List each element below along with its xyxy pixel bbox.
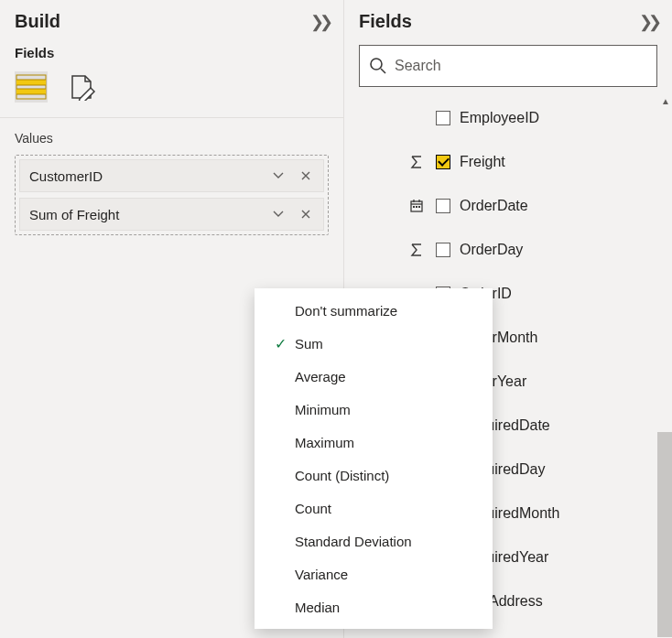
values-field-wells[interactable]: CustomerID Sum of Freight (15, 155, 329, 235)
sigma-icon (408, 155, 425, 169)
svg-rect-0 (16, 75, 46, 99)
menu-item-label: Maximum (295, 435, 354, 450)
svg-point-7 (371, 59, 382, 70)
svg-rect-2 (16, 89, 46, 94)
menu-item[interactable]: Variance (255, 557, 493, 590)
menu-item[interactable]: Don't summarize (255, 294, 493, 327)
menu-item-label: Sum (295, 336, 323, 351)
menu-item[interactable]: Standard Deviation (255, 524, 493, 557)
scroll-up-icon[interactable]: ▲ (661, 96, 670, 106)
field-list-item[interactable]: EmployeeID (344, 96, 668, 140)
values-well-item[interactable]: Sum of Freight (19, 198, 324, 231)
menu-item[interactable]: Median (255, 590, 493, 623)
build-title: Build (15, 11, 60, 32)
chevron-down-icon[interactable] (265, 162, 292, 189)
search-icon (369, 57, 387, 75)
field-checkbox[interactable] (436, 243, 450, 257)
build-fields-label: Fields (0, 39, 343, 66)
search-box[interactable] (359, 45, 657, 87)
field-label: Freight (460, 154, 505, 170)
remove-field-icon[interactable] (292, 162, 320, 189)
svg-line-8 (381, 69, 385, 73)
field-label: OrderDate (460, 198, 528, 214)
scrollbar-thumb[interactable] (657, 432, 672, 637)
menu-item[interactable]: Count (Distinct) (255, 459, 493, 492)
collapse-fields-icon[interactable]: ❯❯ (639, 12, 657, 32)
svg-rect-1 (16, 80, 46, 85)
chevron-down-icon[interactable] (265, 200, 292, 228)
aggregation-context-menu: Don't summarize✓SumAverageMinimumMaximum… (255, 288, 493, 629)
field-checkbox[interactable] (436, 199, 450, 213)
table-visual-button[interactable] (15, 71, 48, 103)
menu-item-label: Standard Deviation (295, 534, 412, 549)
fields-header: Fields ❯❯ (344, 0, 672, 39)
menu-item-label: Minimum (295, 402, 351, 417)
check-icon: ✓ (267, 335, 293, 352)
build-toolbar (0, 66, 343, 117)
field-checkbox[interactable] (436, 155, 450, 169)
svg-rect-15 (418, 206, 420, 208)
well-item-label: Sum of Freight (29, 207, 265, 222)
field-label: OrderDay (460, 242, 523, 258)
field-list-item[interactable]: OrderDate (344, 184, 668, 228)
search-input[interactable] (395, 58, 647, 74)
svg-rect-13 (413, 206, 415, 208)
menu-item-label: Count (295, 501, 331, 516)
menu-item[interactable]: Count (255, 492, 493, 524)
field-list-item[interactable]: Freight (344, 140, 668, 184)
menu-item[interactable]: Minimum (255, 393, 493, 426)
build-header: Build ❯❯ (0, 0, 343, 39)
svg-rect-14 (416, 206, 417, 208)
page-edit-button[interactable] (66, 71, 99, 103)
calendar-icon (408, 199, 425, 213)
values-well-item[interactable]: CustomerID (19, 159, 324, 192)
menu-item-label: Variance (295, 567, 348, 582)
menu-item-label: Count (Distinct) (295, 468, 389, 483)
field-checkbox[interactable] (436, 111, 450, 125)
well-item-label: CustomerID (29, 168, 265, 184)
field-list-item[interactable]: OrderDay (344, 228, 668, 272)
menu-item[interactable]: Average (255, 360, 493, 393)
menu-item-label: Don't summarize (295, 303, 397, 319)
values-section: Values CustomerID Sum of Freight (0, 117, 343, 248)
remove-field-icon[interactable] (292, 200, 320, 228)
menu-item-label: Median (295, 600, 340, 615)
fields-title: Fields (359, 11, 412, 32)
menu-item-label: Average (295, 369, 346, 384)
menu-item[interactable]: ✓Sum (255, 327, 493, 360)
sigma-icon (408, 243, 425, 257)
search-row (344, 39, 672, 96)
field-label: EmployeeID (460, 110, 539, 126)
collapse-build-icon[interactable]: ❯❯ (310, 12, 329, 32)
menu-item[interactable]: Maximum (255, 426, 493, 459)
values-label: Values (15, 131, 329, 146)
